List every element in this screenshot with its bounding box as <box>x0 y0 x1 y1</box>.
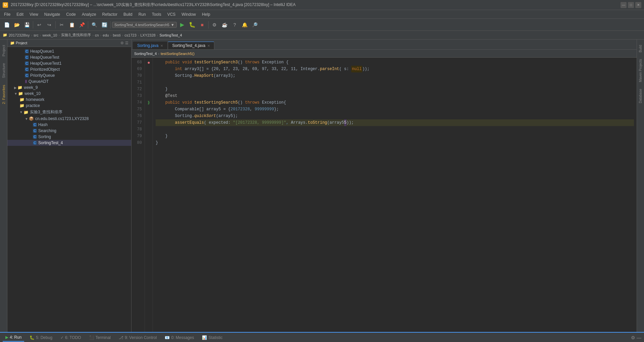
bottom-tab-debug[interactable]: 🐛 5: Debug <box>27 334 55 341</box>
open-button[interactable]: 📂 <box>12 20 21 30</box>
folder-icon: 📁 <box>19 103 24 108</box>
new-file-button[interactable]: 📄 <box>2 20 11 30</box>
run-config-selector[interactable]: SortingTest_4.testSortingSearch5 ▼ <box>112 22 177 28</box>
tab-close-sortingtest4[interactable]: ✕ <box>207 44 210 48</box>
tab-sorting-java[interactable]: Sorting.java ✕ <box>133 42 167 49</box>
menu-refactor[interactable]: Refactor <box>100 11 120 17</box>
cut-button[interactable]: ✂ <box>57 20 66 30</box>
sidebar-project-tab[interactable]: Project <box>1 42 7 59</box>
tree-item-heapqueuetest1[interactable]: C HeapQueueTest1 <box>7 60 131 66</box>
menu-edit[interactable]: Edit <box>14 11 26 17</box>
bottom-settings-icon[interactable]: ⚙ <box>631 335 635 340</box>
notifications-button[interactable]: 🔔 <box>240 20 250 30</box>
tree-item-heapqueue1[interactable]: C HeapQueue1 <box>7 48 131 54</box>
stop-button[interactable]: ■ <box>198 20 207 30</box>
code-line-71 <box>156 79 634 86</box>
tree-item-week9[interactable]: ▶ 📁 week_9 <box>7 84 131 91</box>
bc-root[interactable]: 📁 <box>3 33 7 37</box>
tree-label: 实验3_查找和排序 <box>30 109 62 115</box>
bc-week10[interactable]: week_10 <box>42 33 57 37</box>
bottom-minimize-icon[interactable]: — <box>637 335 641 340</box>
debug-button[interactable]: 🐛 <box>187 20 197 30</box>
menu-analyze[interactable]: Analyze <box>79 11 99 17</box>
code-line-77: assertEquals( expected: "[20172328, 9999… <box>156 119 634 126</box>
help-button[interactable]: ? <box>230 20 239 30</box>
menu-vcs[interactable]: VCS <box>165 11 178 17</box>
editor-content[interactable]: 68 69 70 71 72 73 74 75 76 77 78 79 80 ● <box>131 58 637 332</box>
project-panel: 📁 Project ⚙ ☰ C HeapQueue1 C HeapQueueTe… <box>7 40 131 332</box>
close-button[interactable]: ✕ <box>635 2 641 8</box>
tab-sortingtest4-java[interactable]: SortingTest_4.java ✕ <box>168 42 214 49</box>
right-sidebar-maven[interactable]: Maven Projects <box>638 56 643 85</box>
bottom-tab-statistic[interactable]: 📊 Statistic <box>199 334 225 341</box>
bc-besti[interactable]: besti <box>113 33 120 37</box>
right-sidebar-database[interactable]: Database <box>638 86 643 106</box>
save-all-button[interactable]: 💾 <box>22 20 32 30</box>
menu-code[interactable]: Code <box>63 11 78 17</box>
expand-arrow[interactable]: ▼ <box>19 110 23 114</box>
bottom-tab-terminal[interactable]: ⬛ Terminal <box>87 334 113 341</box>
redo-button[interactable]: ↪ <box>45 20 54 30</box>
menu-help[interactable]: Help <box>199 11 213 17</box>
replace-button[interactable]: 🔄 <box>100 20 109 30</box>
paste-button[interactable]: 📌 <box>77 20 87 30</box>
minimize-button[interactable]: — <box>621 2 627 8</box>
sidebar-favorites-tab[interactable]: 2: Favorites <box>1 82 7 107</box>
editor-bc-method: testSortingSearch5() <box>161 52 195 56</box>
find-button[interactable]: 🔍 <box>90 20 99 30</box>
tab-close-sorting[interactable]: ✕ <box>160 44 163 48</box>
tree-item-prioritizedobject[interactable]: C PrioritizedObject <box>7 66 131 72</box>
settings-button[interactable]: ⚙ <box>210 20 219 30</box>
bottom-tab-messages[interactable]: 📧 0: Messages <box>162 334 197 341</box>
bc-cn[interactable]: cn <box>95 33 99 37</box>
expand-arrow[interactable]: ▼ <box>14 92 17 96</box>
bc-20172328lxy[interactable]: 20172328lxy <box>9 33 30 37</box>
sidebar-structure-tab[interactable]: Structure <box>1 60 7 81</box>
bc-cs1723[interactable]: cs1723 <box>124 33 136 37</box>
breakpoint-68[interactable]: ● <box>145 59 153 66</box>
tree-item-searching[interactable]: C Searching <box>7 128 131 134</box>
tree-item-week10[interactable]: ▼ 📁 week_10 <box>7 91 131 97</box>
bottom-tab-bar: ▶ 4: Run 🐛 5: Debug ✓ 6: TODO ⬛ Terminal… <box>0 333 644 342</box>
maximize-button[interactable]: □ <box>628 2 634 8</box>
expand-arrow[interactable]: ▶ <box>14 86 17 90</box>
expand-arrow[interactable]: ▼ <box>25 117 28 121</box>
run-arrow-74: ⟫ <box>145 99 153 106</box>
sdk-button[interactable]: ☕ <box>220 20 229 30</box>
menu-tools[interactable]: Tools <box>149 11 164 17</box>
tree-item-priorityqueue[interactable]: C PriorityQueue <box>7 72 131 78</box>
right-sidebar-build[interactable]: Build <box>638 42 643 55</box>
menu-navigate[interactable]: Navigate <box>42 11 63 17</box>
project-layout-icon[interactable]: ☰ <box>125 41 128 45</box>
bottom-tab-vcs[interactable]: ⎇ 9: Version Control <box>116 334 159 341</box>
search-everywhere-button[interactable]: 🔎 <box>250 20 260 30</box>
bc-edu[interactable]: edu <box>103 33 109 37</box>
bottom-tab-todo[interactable]: ✓ 6: TODO <box>58 334 84 341</box>
undo-button[interactable]: ↩ <box>35 20 44 30</box>
menu-run[interactable]: Run <box>136 11 149 17</box>
copy-button[interactable]: 📋 <box>67 20 76 30</box>
tree-item-cn-package[interactable]: ▼ 📦 cn.edu.besti.cs1723.LXY2328 <box>7 116 131 122</box>
class-icon: C <box>25 67 29 71</box>
tree-item-sortingtest4[interactable]: C SortingTest_4 <box>7 140 131 146</box>
menu-window[interactable]: Window <box>179 11 199 17</box>
bc-src[interactable]: src <box>34 33 39 37</box>
bc-sortingtest4[interactable]: SortingTest_4 <box>159 33 182 37</box>
bottom-tab-run[interactable]: ▶ 4: Run <box>3 334 24 342</box>
menu-view[interactable]: View <box>27 11 41 17</box>
project-settings-icon[interactable]: ⚙ <box>120 41 124 45</box>
left-sidebar: Project Structure 2: Favorites <box>0 40 7 332</box>
menu-file[interactable]: File <box>1 11 13 17</box>
tree-item-heapqueuetest[interactable]: C HeapQueueTest <box>7 54 131 60</box>
tree-item-queueadt[interactable]: I QueueADT <box>7 78 131 84</box>
tree-item-sorting[interactable]: C Sorting <box>7 134 131 140</box>
code-editor[interactable]: public void testSortingSearch3() throws … <box>153 58 637 332</box>
bc-lab3[interactable]: 实验3_查找和排序 <box>61 33 91 38</box>
tree-item-homework[interactable]: 📁 homework <box>7 97 131 103</box>
run-button[interactable]: ▶ <box>177 20 187 30</box>
bc-lxy2328[interactable]: LXY2328 <box>140 33 155 37</box>
tree-item-practice[interactable]: 📁 practice <box>7 103 131 109</box>
menu-build[interactable]: Build <box>121 11 135 17</box>
tree-item-lab3[interactable]: ▼ 📁 实验3_查找和排序 <box>7 109 131 116</box>
tree-item-hash[interactable]: C Hash <box>7 122 131 128</box>
